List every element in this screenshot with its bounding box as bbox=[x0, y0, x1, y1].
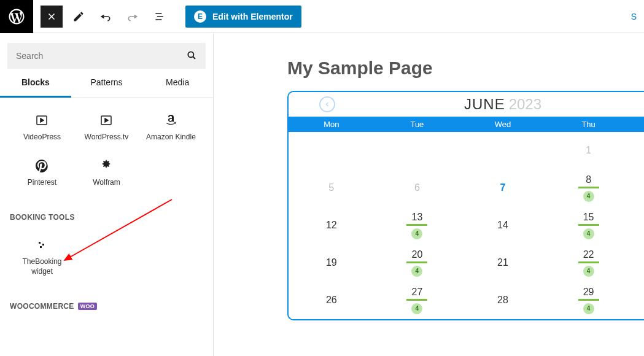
day-name: Wed bbox=[460, 117, 546, 132]
block-wolfram[interactable]: Wolfram bbox=[74, 151, 139, 196]
calendar-cell[interactable]: 16 bbox=[631, 207, 644, 244]
calendar-day-number: 20 bbox=[411, 249, 422, 260]
section-booking-tools: BOOKING TOOLS bbox=[10, 213, 203, 222]
elementor-badge-icon: E bbox=[194, 10, 206, 23]
wp-logo[interactable] bbox=[0, 0, 33, 33]
editor-topbar: E Edit with Elementor S bbox=[0, 0, 644, 33]
editor-canvas: My Sample Page JUNE 2023 Mon Tue Wed Thu… bbox=[214, 33, 644, 356]
calendar-cell[interactable]: 224 bbox=[546, 244, 632, 281]
calendar-cell[interactable]: 14 bbox=[460, 207, 546, 244]
calendar-day-number: 13 bbox=[411, 212, 422, 223]
availability-badge: 4 bbox=[583, 191, 594, 202]
search-icon bbox=[186, 50, 197, 63]
undo-icon[interactable] bbox=[95, 6, 117, 28]
availability-badge: 4 bbox=[411, 228, 422, 239]
calendar-cell[interactable]: 204 bbox=[374, 244, 460, 281]
calendar-cell[interactable]: 5 bbox=[289, 169, 374, 206]
calendar-cell[interactable]: 19 bbox=[289, 244, 374, 281]
calendar-day-number: 7 bbox=[500, 182, 506, 193]
calendar-cell bbox=[289, 132, 374, 169]
page-title[interactable]: My Sample Page bbox=[287, 58, 644, 79]
tab-media[interactable]: Media bbox=[142, 69, 213, 98]
edit-icon[interactable] bbox=[68, 6, 90, 28]
wolfram-icon bbox=[77, 157, 136, 174]
search-input[interactable] bbox=[16, 51, 186, 61]
svg-point-0 bbox=[188, 52, 193, 57]
calendar-cell[interactable]: 9 bbox=[631, 169, 644, 206]
calendar-cell[interactable]: 23 bbox=[631, 244, 644, 281]
wordpress-tv-icon bbox=[77, 112, 136, 129]
calendar-cell[interactable]: 21 bbox=[460, 244, 546, 281]
calendar-cell[interactable]: 1 bbox=[546, 132, 632, 169]
calendar-cell[interactable]: 28 bbox=[460, 282, 546, 319]
calendar-cell[interactable]: 154 bbox=[546, 207, 632, 244]
svg-rect-5 bbox=[40, 246, 42, 248]
search-box bbox=[7, 43, 206, 69]
block-inserter-sidebar: Blocks Patterns Media VideoPress WordPre… bbox=[0, 33, 214, 356]
block-label: VideoPress bbox=[12, 133, 72, 142]
tab-blocks[interactable]: Blocks bbox=[0, 69, 71, 98]
calendar-day-number: 15 bbox=[583, 212, 594, 223]
availability-line bbox=[406, 261, 427, 263]
availability-badge: 4 bbox=[411, 266, 422, 277]
block-label: WordPress.tv bbox=[77, 133, 136, 142]
availability-badge: 4 bbox=[583, 303, 594, 314]
availability-badge: 4 bbox=[583, 228, 594, 239]
calendar-day-number: 27 bbox=[411, 287, 422, 298]
calendar-cell[interactable]: 2 bbox=[631, 132, 644, 169]
availability-badge: 4 bbox=[583, 266, 594, 277]
block-thebooking-widget[interactable]: TheBooking widget bbox=[10, 230, 74, 285]
calendar-cell[interactable]: 84 bbox=[546, 169, 632, 206]
thebooking-icon bbox=[12, 236, 72, 253]
edit-with-elementor-button[interactable]: E Edit with Elementor bbox=[185, 6, 301, 28]
block-videopress[interactable]: VideoPress bbox=[10, 106, 74, 151]
day-name: Thu bbox=[546, 117, 632, 132]
calendar-cell bbox=[460, 132, 546, 169]
videopress-icon bbox=[12, 112, 72, 129]
calendar-cell[interactable]: 7 bbox=[460, 169, 546, 206]
redo-icon[interactable] bbox=[122, 6, 144, 28]
calendar-day-number: 5 bbox=[328, 182, 334, 193]
block-amazon-kindle[interactable]: Amazon Kindle bbox=[139, 106, 203, 151]
calendar-year: 2023 bbox=[509, 96, 541, 113]
section-woocommerce: WOOCOMMERCE WOO bbox=[10, 302, 203, 311]
calendar-day-number: 26 bbox=[326, 295, 337, 306]
calendar-day-number: 29 bbox=[583, 287, 594, 298]
calendar-prev-button[interactable] bbox=[319, 96, 335, 112]
calendar-cell[interactable]: 12 bbox=[289, 207, 374, 244]
calendar-day-names: Mon Tue Wed Thu Fri bbox=[289, 117, 644, 132]
calendar-day-number: 28 bbox=[497, 295, 508, 306]
blocks-panel[interactable]: VideoPress WordPress.tv Amazon Kindle bbox=[0, 98, 213, 356]
block-pinterest[interactable]: Pinterest bbox=[10, 151, 74, 196]
availability-line bbox=[406, 224, 427, 226]
calendar-cell[interactable]: 274 bbox=[374, 282, 460, 319]
calendar-day-number: 14 bbox=[497, 220, 508, 231]
amazon-icon bbox=[141, 112, 201, 129]
calendar-cell[interactable]: 6 bbox=[374, 169, 460, 206]
calendar-cell[interactable]: 26 bbox=[289, 282, 374, 319]
calendar-day-number: 1 bbox=[586, 145, 591, 156]
calendar-header: JUNE 2023 bbox=[289, 92, 644, 117]
block-label: Amazon Kindle bbox=[141, 133, 201, 142]
availability-badge: 4 bbox=[411, 303, 422, 314]
calendar-day-number: 22 bbox=[583, 249, 594, 260]
day-name: Mon bbox=[289, 117, 374, 132]
tab-patterns[interactable]: Patterns bbox=[71, 69, 142, 98]
topbar-controls bbox=[33, 6, 178, 28]
svg-rect-3 bbox=[39, 242, 41, 244]
elementor-label: Edit with Elementor bbox=[212, 12, 293, 21]
close-panel-button[interactable] bbox=[41, 6, 63, 28]
block-label: TheBooking widget bbox=[12, 257, 72, 276]
calendar-cell bbox=[374, 132, 460, 169]
calendar-day-number: 12 bbox=[326, 220, 337, 231]
outline-icon[interactable] bbox=[149, 6, 171, 28]
calendar-cell[interactable]: 134 bbox=[374, 207, 460, 244]
day-name: Tue bbox=[374, 117, 460, 132]
block-wordpress-tv[interactable]: WordPress.tv bbox=[74, 106, 139, 151]
calendar-cell[interactable]: 294 bbox=[546, 282, 632, 319]
calendar-day-number: 6 bbox=[414, 182, 420, 193]
booking-calendar-block[interactable]: JUNE 2023 Mon Tue Wed Thu Fri 1256784912… bbox=[287, 91, 644, 320]
availability-line bbox=[578, 261, 599, 263]
calendar-cell[interactable]: 30 bbox=[631, 282, 644, 319]
calendar-day-number: 19 bbox=[326, 257, 337, 268]
